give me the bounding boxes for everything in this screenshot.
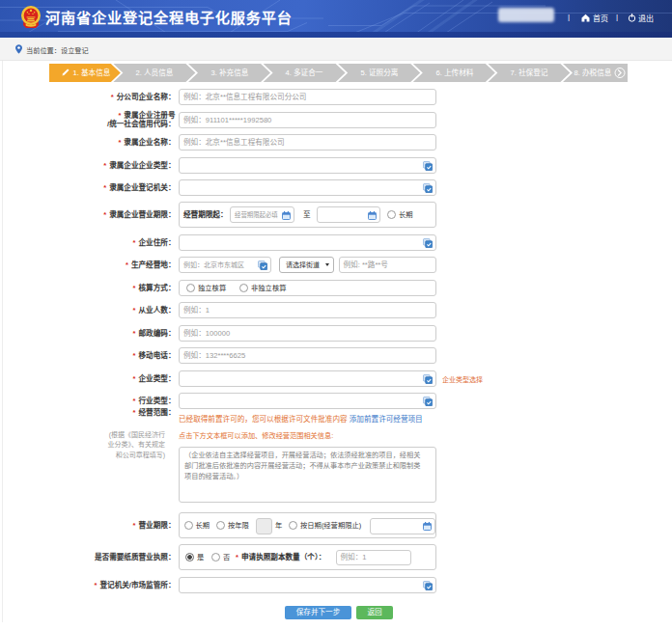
svg-text:2. 人员信息: 2. 人员信息 xyxy=(136,68,174,77)
svg-text:6. 上传材料: 6. 上传材料 xyxy=(436,68,474,77)
svg-text:5. 证照分离: 5. 证照分离 xyxy=(361,68,399,77)
svg-text:7. 社保登记: 7. 社保登记 xyxy=(511,68,548,77)
svg-text:1. 基本信息: 1. 基本信息 xyxy=(73,68,111,77)
svg-text:8. 办税信息: 8. 办税信息 xyxy=(574,68,612,77)
svg-text:3. 补充信息: 3. 补充信息 xyxy=(211,68,249,77)
svg-text:4. 多证合一: 4. 多证合一 xyxy=(286,68,323,77)
